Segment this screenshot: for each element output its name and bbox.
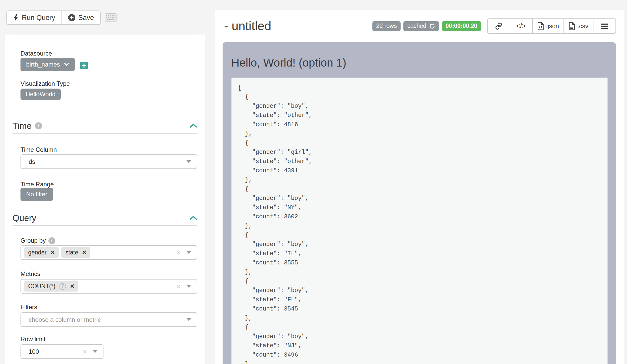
export-button-group: </> .json	[487, 18, 616, 34]
datasource-value: birth_names	[26, 61, 60, 68]
hamburger-menu-icon	[601, 23, 608, 29]
view-query-button[interactable]: </>	[510, 18, 533, 34]
select-tag[interactable]: COUNT(*)?×	[24, 281, 78, 292]
section-divider	[13, 225, 197, 226]
tag-label: gender	[28, 249, 47, 256]
run-query-button[interactable]: Run Query	[6, 10, 62, 25]
tag-label: COUNT(*)	[28, 283, 55, 290]
time-section-title: Time i	[13, 120, 42, 131]
explore-control-panel: Datasource birth_names Visualization Typ…	[5, 35, 205, 364]
save-button[interactable]: Save	[61, 10, 101, 25]
select-caret-icon[interactable]	[186, 285, 191, 288]
time-column-value: ds	[24, 158, 35, 165]
section-divider	[13, 133, 197, 134]
row-limit-value: 100	[24, 348, 39, 355]
select-caret-icon[interactable]	[186, 160, 191, 163]
remove-tag-icon[interactable]: ×	[70, 283, 74, 290]
collapse-time-section-icon[interactable]	[190, 123, 197, 128]
save-label: Save	[78, 14, 94, 22]
row-limit-select[interactable]: 100 ×	[20, 344, 103, 359]
short-link-button[interactable]	[487, 18, 510, 34]
result-panel: - untitled 22 rows cached 00:00:00.20	[215, 10, 624, 364]
query-section-title: Query	[13, 212, 36, 223]
export-json-button[interactable]: .json	[532, 18, 564, 34]
clear-select-icon[interactable]: ×	[176, 283, 181, 290]
datasource-label: Datasource	[20, 50, 197, 57]
time-range-value: No filter	[26, 191, 47, 198]
viz-type-value: HelloWorld	[26, 91, 56, 98]
metrics-tags: COUNT(*)?×	[24, 281, 78, 292]
info-icon: i	[48, 237, 55, 244]
clear-select-icon[interactable]: ×	[82, 348, 87, 356]
link-icon	[495, 22, 503, 30]
remove-tag-icon[interactable]: ×	[82, 249, 86, 256]
chevron-down-icon	[64, 63, 69, 66]
json-result-block: [ { "gender": "boy", "state": "other", "…	[231, 78, 608, 364]
question-icon: ?	[59, 283, 66, 290]
time-range-button[interactable]: No filter	[20, 188, 53, 201]
refresh-icon[interactable]	[429, 23, 435, 29]
panel-divider	[13, 38, 197, 38]
plus-circle-icon	[68, 14, 75, 21]
select-tag[interactable]: state×	[61, 247, 90, 258]
collapse-query-section-icon[interactable]	[190, 215, 197, 220]
clear-select-icon[interactable]: ×	[176, 249, 181, 256]
filters-label: Filters	[20, 303, 197, 311]
cached-badge[interactable]: cached	[403, 21, 439, 31]
select-caret-icon[interactable]	[186, 318, 191, 321]
filters-placeholder: choose a column or metric	[24, 316, 101, 323]
query-toolbar: Run Query Save	[6, 10, 117, 25]
keyboard-shortcuts-icon[interactable]	[105, 13, 117, 22]
row-limit-label: Row limit	[20, 335, 197, 343]
run-query-label: Run Query	[22, 14, 55, 22]
chart-menu-button[interactable]	[593, 18, 616, 34]
group-by-label: Group by	[20, 237, 46, 244]
metrics-label: Metrics	[20, 270, 197, 278]
viz-type-selector-button[interactable]: HelloWorld	[20, 89, 61, 100]
visualization-title: Hello, World! (option 1)	[231, 56, 608, 70]
datasource-selector-button[interactable]: birth_names	[20, 58, 75, 71]
filters-select[interactable]: choose a column or metric	[20, 312, 197, 327]
code-icon: </>	[516, 22, 526, 30]
query-duration-badge: 00:00:00.20	[442, 21, 481, 31]
add-datasource-icon[interactable]	[80, 62, 88, 69]
json-result-text: [ { "gender": "boy", "state": "other", "…	[238, 83, 607, 364]
row-count-badge: 22 rows	[372, 21, 401, 31]
visualization-panel: Hello, World! (option 1) [ { "gender": "…	[223, 42, 616, 364]
metrics-select[interactable]: COUNT(*)?× ×	[20, 279, 197, 294]
info-icon: i	[35, 122, 42, 129]
time-range-label: Time Range	[20, 180, 197, 188]
select-caret-icon[interactable]	[186, 251, 191, 254]
lightning-icon	[13, 14, 19, 22]
json-file-icon	[537, 22, 544, 30]
group-by-tags: gender×state×	[24, 247, 90, 258]
export-csv-button[interactable]: .csv	[563, 18, 593, 34]
result-header: - untitled 22 rows cached 00:00:00.20	[215, 10, 624, 42]
time-column-select[interactable]: ds	[20, 154, 197, 169]
select-caret-icon[interactable]	[93, 350, 97, 353]
time-column-label: Time Column	[20, 146, 197, 154]
tag-label: state	[65, 249, 78, 256]
slice-title[interactable]: - untitled	[224, 19, 271, 33]
csv-file-icon	[569, 22, 575, 30]
group-by-select[interactable]: gender×state× ×	[20, 245, 197, 260]
select-tag[interactable]: gender×	[24, 247, 59, 258]
viz-type-label: Visualization Type	[20, 80, 197, 88]
remove-tag-icon[interactable]: ×	[51, 249, 55, 256]
